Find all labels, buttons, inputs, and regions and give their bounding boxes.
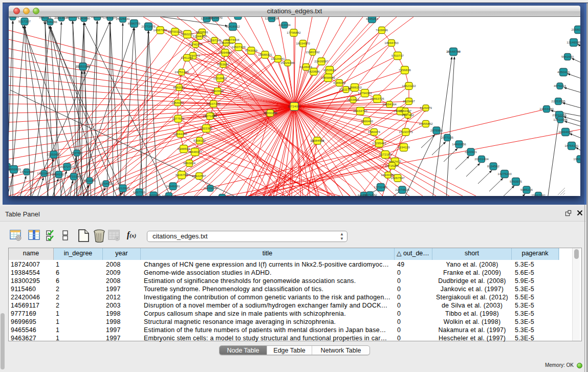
svg-text:25997682: 25997682 [531,193,546,196]
svg-text:19832259: 19832259 [103,17,117,19]
svg-text:9893824: 9893824 [183,161,196,165]
svg-text:3377578: 3377578 [172,117,185,120]
svg-text:11318461: 11318461 [213,76,227,80]
svg-text:25300253: 25300253 [263,111,277,115]
svg-text:13701506: 13701506 [19,170,34,173]
svg-text:5793975: 5793975 [510,180,522,183]
svg-text:22053595: 22053595 [551,99,565,103]
svg-text:4743069: 4743069 [245,49,258,52]
svg-text:10955862: 10955862 [419,122,433,125]
svg-text:23487347: 23487347 [162,194,176,196]
svg-text:22439587: 22439587 [314,59,329,63]
svg-text:4753657: 4753657 [217,62,230,66]
svg-text:6194119: 6194119 [398,145,410,149]
svg-text:3529497: 3529497 [403,99,416,103]
svg-text:10710248: 10710248 [67,174,81,178]
svg-text:4112034: 4112034 [278,23,291,27]
svg-text:8682011: 8682011 [173,85,185,89]
svg-text:4679214: 4679214 [554,84,567,87]
svg-text:5703737: 5703737 [391,54,404,57]
svg-text:18724007: 18724007 [287,104,301,108]
svg-text:1839221: 1839221 [9,17,19,18]
svg-text:25434793: 25434793 [353,109,367,113]
svg-text:22093651: 22093651 [47,152,61,156]
svg-text:16213925: 16213925 [116,186,130,190]
svg-text:4245263: 4245263 [366,17,379,20]
svg-text:4165048: 4165048 [333,81,346,84]
svg-text:12416912: 12416912 [226,25,240,28]
svg-text:12294238: 12294238 [265,17,279,20]
svg-text:12344269: 12344269 [192,34,207,38]
svg-text:15588301: 15588301 [258,53,272,56]
svg-text:24922597: 24922597 [192,174,206,178]
svg-text:19563180: 19563180 [573,157,580,161]
svg-text:10344146: 10344146 [173,132,187,136]
svg-text:24641507: 24641507 [52,172,66,176]
svg-text:12888253: 12888253 [347,85,362,89]
svg-text:8811165: 8811165 [83,179,96,182]
svg-text:2054043: 2054043 [171,101,184,104]
svg-text:23874404: 23874404 [225,38,239,41]
svg-text:25271684: 25271684 [203,114,217,118]
svg-text:19523409: 19523409 [37,171,51,175]
svg-text:17796882: 17796882 [287,31,301,34]
svg-text:4666460: 4666460 [361,119,374,123]
svg-text:21012166: 21012166 [552,113,567,117]
svg-text:14275203: 14275203 [497,172,512,176]
svg-text:4143890: 4143890 [78,17,91,20]
svg-text:7156836: 7156836 [399,68,411,72]
svg-text:8172169: 8172169 [379,152,392,156]
svg-text:4050413: 4050413 [557,70,570,74]
svg-text:4129379: 4129379 [420,106,432,110]
svg-text:16648784: 16648784 [446,50,461,53]
svg-text:2077105: 2077105 [441,136,454,139]
svg-text:5060227: 5060227 [181,32,194,36]
svg-text:13146585: 13146585 [567,40,580,44]
svg-text:19384554: 19384554 [310,139,324,142]
svg-text:29053346: 29053346 [76,64,90,68]
svg-text:13716227: 13716227 [385,164,399,167]
svg-text:3220921: 3220921 [465,150,477,154]
svg-text:9217207: 9217207 [18,19,31,23]
svg-text:16267547: 16267547 [390,176,405,180]
svg-text:8188594: 8188594 [178,147,190,150]
svg-text:18034970: 18034970 [296,41,310,45]
svg-text:6457765: 6457765 [133,190,146,194]
svg-text:25463726: 25463726 [370,97,384,100]
svg-text:17295412: 17295412 [372,141,386,145]
svg-text:7428696: 7428696 [376,28,388,32]
svg-text:5685216: 5685216 [520,188,533,191]
svg-text:24425670: 24425670 [208,17,223,19]
svg-text:6420686: 6420686 [308,70,320,73]
svg-text:2876966: 2876966 [430,128,443,132]
svg-text:14387959: 14387959 [153,28,167,32]
svg-text:23833160: 23833160 [539,107,554,111]
svg-text:22474828: 22474828 [395,188,409,191]
svg-text:20372723: 20372723 [60,165,74,168]
svg-text:6217026: 6217026 [232,17,245,17]
svg-text:6128434: 6128434 [300,65,313,69]
svg-text:2943646: 2943646 [211,89,224,93]
svg-text:24549181: 24549181 [166,184,180,188]
svg-text:12920906: 12920906 [146,193,161,196]
svg-text:14460856: 14460856 [452,142,466,146]
svg-text:5308102: 5308102 [193,139,206,142]
svg-text:25229388: 25229388 [280,61,295,64]
svg-text:20037339: 20037339 [206,102,221,105]
svg-text:8806804: 8806804 [91,17,104,18]
svg-text:19448347: 19448347 [188,150,202,154]
svg-text:22507109: 22507109 [231,45,246,49]
svg-text:8106768: 8106768 [176,173,188,177]
svg-text:9153634: 9153634 [323,68,336,72]
svg-text:2537611: 2537611 [71,151,83,155]
svg-text:18994763: 18994763 [384,41,399,45]
svg-text:24751200: 24751200 [175,70,189,74]
svg-text:23594364: 23594364 [382,102,397,106]
svg-text:2682497: 2682497 [399,109,412,113]
svg-text:5641643: 5641643 [561,55,574,58]
svg-text:6580474: 6580474 [368,130,381,134]
svg-text:20580115: 20580115 [571,28,580,31]
svg-text:2066449: 2066449 [67,17,79,18]
svg-text:21097245: 21097245 [207,38,222,42]
svg-text:8396759: 8396759 [128,21,141,25]
